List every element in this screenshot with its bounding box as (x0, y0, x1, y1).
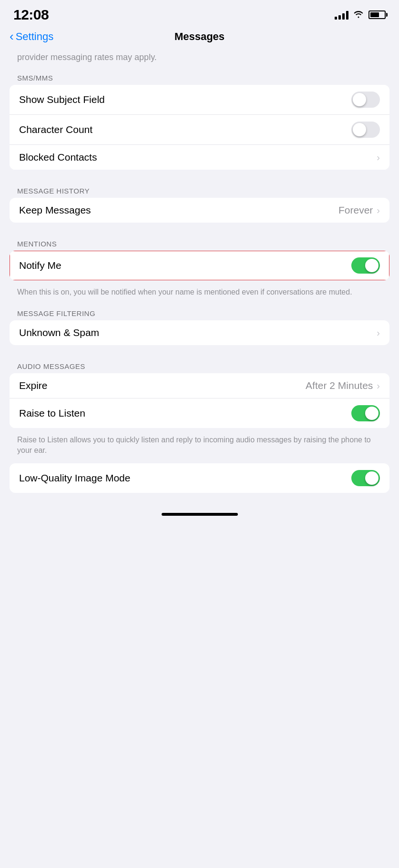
section-header-audio-messages: AUDIO MESSAGES (0, 358, 399, 373)
toggle-knob (365, 407, 379, 420)
section-header-mentions: MENTIONS (0, 236, 399, 251)
status-icons (335, 10, 386, 20)
toggle-knob (353, 93, 366, 106)
battery-icon (368, 10, 386, 19)
character-count-toggle[interactable] (351, 122, 380, 138)
chevron-right-icon: › (377, 328, 380, 337)
notify-me-helper: When this is on, you will be notified wh… (0, 283, 399, 305)
toggle-knob (353, 123, 366, 136)
page-title: Messages (174, 31, 225, 43)
status-bar: 12:08 (0, 0, 399, 27)
show-subject-field-row: Show Subject Field (10, 85, 389, 115)
notify-me-row: Notify Me (10, 251, 389, 280)
back-button[interactable]: ‹ Settings (10, 31, 53, 43)
message-history-group: Keep Messages Forever › (10, 198, 389, 223)
expire-row[interactable]: Expire After 2 Minutes › (10, 373, 389, 398)
blocked-contacts-value: › (377, 153, 380, 162)
raise-to-listen-helper: Raise to Listen allows you to quickly li… (0, 431, 399, 464)
expire-value: After 2 Minutes › (306, 380, 380, 391)
raise-to-listen-row: Raise to Listen (10, 398, 389, 428)
keep-messages-label: Keep Messages (19, 204, 91, 216)
character-count-label: Character Count (19, 124, 92, 135)
low-quality-image-label: Low-Quality Image Mode (19, 472, 130, 484)
top-note: provider messaging rates may apply. (0, 49, 399, 70)
blocked-contacts-label: Blocked Contacts (19, 152, 97, 163)
status-time: 12:08 (13, 7, 49, 23)
show-subject-field-toggle[interactable] (351, 92, 380, 108)
signal-icon (335, 10, 348, 20)
low-quality-image-group: Low-Quality Image Mode (10, 463, 389, 493)
audio-messages-group: Expire After 2 Minutes › Raise to Listen (10, 373, 389, 428)
back-chevron-icon: ‹ (10, 30, 14, 42)
section-header-message-history: MESSAGE HISTORY (0, 183, 399, 198)
home-bar (162, 513, 238, 516)
raise-to-listen-toggle[interactable] (351, 405, 380, 421)
home-indicator (0, 506, 399, 520)
toggle-knob (365, 471, 379, 485)
blocked-contacts-row[interactable]: Blocked Contacts › (10, 145, 389, 170)
keep-messages-current-value: Forever (338, 204, 373, 216)
raise-to-listen-label: Raise to Listen (19, 408, 85, 419)
chevron-right-icon: › (377, 381, 380, 390)
mentions-group: Notify Me (10, 251, 389, 280)
notify-me-label: Notify Me (19, 260, 61, 271)
unknown-spam-label: Unknown & Spam (19, 327, 99, 338)
unknown-spam-value: › (377, 328, 380, 337)
notify-me-toggle[interactable] (351, 257, 380, 274)
back-label: Settings (16, 31, 54, 43)
keep-messages-value: Forever › (338, 204, 380, 216)
low-quality-image-row: Low-Quality Image Mode (10, 463, 389, 493)
wifi-icon (353, 10, 364, 20)
show-subject-field-label: Show Subject Field (19, 94, 105, 105)
section-header-message-filtering: MESSAGE FILTERING (0, 306, 399, 320)
expire-current-value: After 2 Minutes (306, 380, 373, 391)
sms-mms-group: Show Subject Field Character Count Block… (10, 85, 389, 170)
expire-label: Expire (19, 380, 48, 391)
nav-bar: ‹ Settings Messages (0, 27, 399, 49)
section-header-sms-mms: SMS/MMS (0, 70, 399, 85)
character-count-row: Character Count (10, 115, 389, 145)
low-quality-image-toggle[interactable] (351, 470, 380, 486)
chevron-right-icon: › (377, 153, 380, 162)
toggle-knob (365, 259, 379, 272)
chevron-right-icon: › (377, 205, 380, 215)
unknown-spam-row[interactable]: Unknown & Spam › (10, 320, 389, 345)
message-filtering-group: Unknown & Spam › (10, 320, 389, 345)
keep-messages-row[interactable]: Keep Messages Forever › (10, 198, 389, 223)
